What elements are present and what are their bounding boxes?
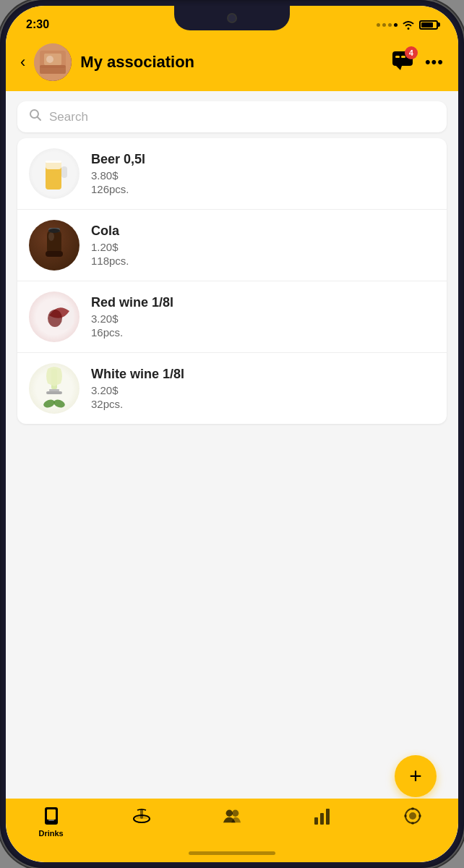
item-price: 3.80$: [91, 169, 435, 182]
svg-rect-15: [46, 161, 61, 163]
svg-rect-32: [140, 809, 143, 819]
svg-point-33: [226, 810, 233, 817]
nav-item-settings[interactable]: [368, 806, 458, 829]
status-icons: [377, 20, 438, 30]
svg-point-18: [48, 232, 54, 241]
svg-rect-14: [61, 166, 67, 178]
phone-frame: 2:30 ‹: [0, 0, 464, 868]
item-price: 3.20$: [91, 312, 435, 325]
nav-item-food[interactable]: [96, 806, 186, 829]
list-item[interactable]: Cola 1.20$ 118pcs.: [17, 210, 447, 281]
svg-rect-7: [395, 56, 400, 58]
item-image-cola: [29, 220, 80, 271]
list-item[interactable]: Red wine 1/8l 3.20$ 16pcs.: [17, 281, 447, 353]
drinks-icon: [41, 806, 61, 826]
item-qty: 118pcs.: [91, 255, 435, 267]
svg-point-42: [404, 814, 407, 817]
svg-point-41: [411, 822, 414, 825]
nav-item-stats[interactable]: [278, 806, 368, 829]
chat-button[interactable]: 4: [392, 51, 413, 74]
svg-point-43: [418, 814, 421, 817]
item-name: Beer 0,5l: [91, 152, 435, 167]
item-image-redwine: [29, 292, 80, 342]
members-icon: [222, 806, 242, 826]
svg-rect-20: [46, 251, 63, 257]
food-icon: [132, 806, 152, 826]
nav-item-members[interactable]: [186, 806, 277, 829]
content-area: Search Beer 0,5l: [6, 91, 458, 434]
wifi-icon: [402, 20, 415, 30]
item-name: Cola: [91, 224, 435, 239]
add-button[interactable]: +: [395, 755, 437, 797]
status-time: 2:30: [26, 18, 49, 31]
item-qty: 32pcs.: [91, 398, 435, 410]
item-info-whitewine: White wine 1/8l 3.20$ 32pcs.: [91, 367, 435, 410]
svg-rect-4: [40, 65, 66, 74]
header-actions: 4 •••: [392, 51, 444, 74]
item-qty: 126pcs.: [91, 183, 435, 195]
svg-point-26: [43, 399, 56, 409]
svg-rect-8: [401, 56, 405, 58]
items-list: Beer 0,5l 3.80$ 126pcs.: [17, 138, 447, 424]
header: ‹ My association: [6, 38, 458, 91]
notch: [174, 6, 290, 30]
item-image-whitewine: [29, 363, 80, 414]
search-bar[interactable]: Search: [17, 101, 447, 132]
svg-point-27: [53, 399, 66, 409]
item-price: 1.20$: [91, 241, 435, 253]
avatar: [34, 43, 72, 81]
screen: 2:30 ‹: [6, 6, 458, 862]
svg-point-3: [46, 56, 53, 63]
signal-icon: [377, 23, 398, 27]
nav-label-drinks: Drinks: [38, 829, 63, 838]
item-info-cola: Cola 1.20$ 118pcs.: [91, 224, 435, 267]
item-price: 3.20$: [91, 384, 435, 396]
list-item[interactable]: Beer 0,5l 3.80$ 126pcs.: [17, 138, 447, 210]
svg-rect-35: [314, 817, 318, 825]
svg-point-34: [232, 810, 239, 817]
svg-point-39: [409, 812, 416, 820]
svg-rect-37: [326, 809, 330, 825]
nav-item-drinks[interactable]: Drinks: [6, 806, 96, 838]
item-image-beer: [29, 148, 80, 199]
page-title: My association: [80, 53, 383, 72]
svg-rect-30: [48, 820, 54, 821]
svg-line-11: [38, 117, 41, 121]
search-input[interactable]: Search: [49, 110, 88, 124]
item-info-beer: Beer 0,5l 3.80$ 126pcs.: [91, 152, 435, 195]
svg-point-19: [48, 229, 60, 233]
svg-rect-36: [320, 813, 324, 825]
settings-icon: [403, 806, 423, 826]
svg-point-22: [48, 310, 62, 327]
item-qty: 16pcs.: [91, 326, 435, 339]
camera: [227, 13, 237, 23]
svg-rect-25: [46, 391, 62, 394]
battery-icon: [419, 20, 438, 30]
notification-badge: 4: [405, 46, 418, 59]
item-name: Red wine 1/8l: [91, 295, 435, 310]
svg-marker-6: [396, 66, 402, 70]
svg-rect-24: [49, 389, 59, 391]
item-info-redwine: Red wine 1/8l 3.20$ 16pcs.: [91, 295, 435, 339]
more-button[interactable]: •••: [425, 53, 444, 72]
back-button[interactable]: ‹: [20, 53, 25, 72]
stats-icon: [312, 806, 332, 826]
svg-point-40: [411, 807, 414, 810]
svg-rect-29: [47, 809, 56, 820]
home-indicator: [189, 851, 275, 855]
list-item[interactable]: White wine 1/8l 3.20$ 32pcs.: [17, 353, 447, 424]
search-icon: [29, 109, 42, 125]
item-name: White wine 1/8l: [91, 367, 435, 382]
